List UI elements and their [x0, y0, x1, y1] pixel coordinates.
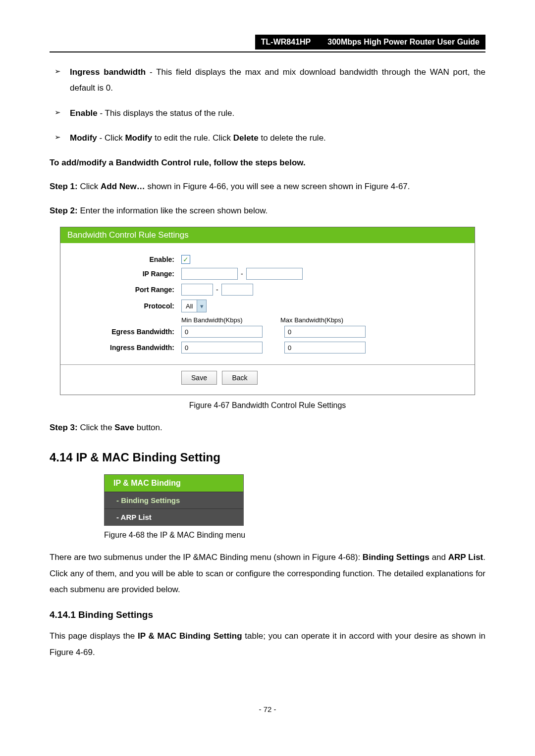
add-modify-heading: To add/modify a Bandwidth Control rule, …	[50, 155, 485, 171]
t: Enter the information like the screen sh…	[78, 206, 268, 215]
t: Click the	[78, 423, 115, 432]
label-protocol: Protocol:	[60, 302, 181, 310]
t: - Click	[97, 133, 125, 143]
label-enable: Enable:	[60, 255, 181, 263]
dash: -	[216, 286, 218, 294]
step-label: Step 2:	[50, 206, 78, 215]
t: This page displays the	[50, 631, 138, 641]
binding-settings-paragraph: This page displays the IP & MAC Binding …	[50, 628, 485, 660]
t: Modify	[125, 133, 152, 143]
arrow-icon: ➢	[54, 105, 61, 121]
header-title: 300Mbps High Power Router User Guide	[321, 35, 485, 50]
ingress-min-input[interactable]: 0	[181, 342, 263, 353]
protocol-select[interactable]: All ▾	[181, 300, 207, 312]
egress-min-input[interactable]: 0	[181, 326, 263, 338]
row-ip-range: IP Range: -	[60, 266, 475, 282]
ingress-max-input[interactable]: 0	[284, 342, 366, 353]
arrow-icon: ➢	[54, 130, 61, 146]
bullet-ingress: ➢ Ingress bandwidth - This field display…	[54, 64, 485, 97]
header-model: TL-WR841HP	[255, 35, 321, 50]
ip-range-start-input[interactable]	[181, 268, 238, 280]
t: ARP List	[448, 553, 483, 562]
panel-footer: Save Back	[60, 365, 475, 391]
term: Modify	[70, 133, 97, 143]
egress-max-input[interactable]: 0	[284, 326, 366, 338]
row-ingress: Ingress Bandwidth: 0 0	[60, 340, 475, 355]
menu-header[interactable]: IP & MAC Binding	[105, 475, 243, 492]
menu-arp-list[interactable]: - ARP List	[105, 508, 243, 525]
label-ingress: Ingress Bandwidth:	[60, 344, 181, 352]
bw-min-header: Min Bandwidth(Kbps)	[181, 316, 280, 324]
t: There are two submenus under the IP &MAC…	[50, 553, 363, 562]
row-port-range: Port Range: -	[60, 282, 475, 298]
menu-binding-settings[interactable]: - Binding Settings	[105, 492, 243, 508]
bullet-text: Ingress bandwidth - This field displays …	[70, 64, 485, 97]
bw-max-header: Max Bandwidth(Kbps)	[280, 316, 379, 324]
header-divider	[50, 51, 485, 52]
label-egress: Egress Bandwidth:	[60, 328, 181, 336]
section-4-14-heading: 4.14 IP & MAC Binding Setting	[50, 451, 485, 464]
page-number: - 72 -	[50, 705, 485, 713]
model-text: TL-WR841HP	[261, 38, 311, 47]
protocol-value: All	[182, 302, 197, 310]
figure-4-68-caption: Figure 4-68 the IP & MAC Binding menu	[104, 531, 485, 540]
t: and	[429, 553, 448, 562]
bandwidth-control-panel: Bandwidth Control Rule Settings Enable: …	[60, 227, 475, 395]
bw-header-row: Min Bandwidth(Kbps) Max Bandwidth(Kbps)	[60, 316, 475, 324]
label-ip-range: IP Range:	[60, 270, 181, 278]
bullet-text: Modify - Click Modify to edit the rule. …	[70, 130, 326, 146]
rest: - This displays the status of the rule.	[98, 108, 235, 118]
t: shown in Figure 4-66, you will see a new…	[145, 182, 410, 191]
chevron-down-icon: ▾	[197, 300, 206, 312]
bullet-enable: ➢ Enable - This displays the status of t…	[54, 105, 485, 121]
t: button.	[134, 423, 162, 432]
t: to edit the rule. Click	[152, 133, 233, 143]
t: Save	[114, 423, 134, 432]
step-3: Step 3: Click the Save button.	[50, 420, 485, 436]
row-egress: Egress Bandwidth: 0 0	[60, 324, 475, 340]
row-protocol: Protocol: All ▾	[60, 298, 475, 314]
ip-range-end-input[interactable]	[246, 268, 303, 280]
save-button[interactable]: Save	[181, 371, 217, 385]
t: Binding Settings	[363, 553, 429, 562]
section-4-14-1-heading: 4.14.1 Binding Settings	[50, 609, 485, 620]
term: Enable	[70, 108, 98, 118]
step-2: Step 2: Enter the information like the s…	[50, 203, 485, 219]
page-header: TL-WR841HP 300Mbps High Power Router Use…	[50, 35, 485, 50]
back-button[interactable]: Back	[222, 371, 258, 385]
figure-4-67-caption: Figure 4-67 Bandwidth Control Rule Setti…	[50, 401, 485, 410]
bullet-modify: ➢ Modify - Click Modify to edit the rule…	[54, 130, 485, 146]
panel-title: Bandwidth Control Rule Settings	[60, 227, 475, 243]
t: Delete	[233, 133, 259, 143]
row-enable: Enable: ✓	[60, 253, 475, 266]
t: Click	[78, 182, 101, 191]
binding-paragraph: There are two submenus under the IP &MAC…	[50, 550, 485, 598]
panel-body: Enable: ✓ IP Range: - Port Range: -	[60, 243, 475, 395]
ip-mac-binding-menu: IP & MAC Binding - Binding Settings - AR…	[104, 474, 244, 526]
t: to delete the rule.	[259, 133, 326, 143]
bullet-text: Enable - This displays the status of the…	[70, 105, 234, 121]
step-1: Step 1: Click Add New… shown in Figure 4…	[50, 179, 485, 195]
dash: -	[241, 270, 243, 278]
arrow-icon: ➢	[54, 64, 61, 97]
label-port-range: Port Range:	[60, 286, 181, 294]
term: Ingress bandwidth	[70, 67, 146, 77]
step-label: Step 3:	[50, 423, 78, 432]
step-label: Step 1:	[50, 182, 78, 191]
t: Add New…	[101, 182, 145, 191]
port-range-end-input[interactable]	[221, 284, 253, 296]
enable-checkbox[interactable]: ✓	[181, 255, 190, 264]
t: IP & MAC Binding Setting	[138, 631, 242, 641]
port-range-start-input[interactable]	[181, 284, 213, 296]
